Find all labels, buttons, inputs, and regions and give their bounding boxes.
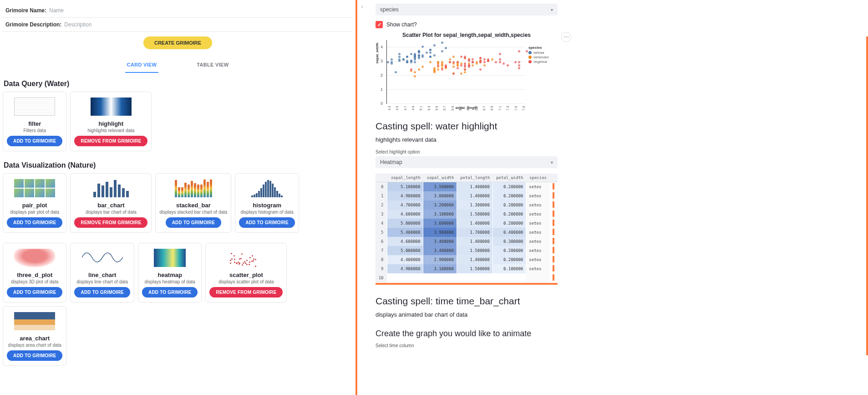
add-to-grimoire-button[interactable]: ADD TO GRIMOIRE <box>7 287 62 298</box>
card-title: pair_plot <box>7 202 62 209</box>
spell1-title: Casting spell: water highlight <box>376 121 855 132</box>
cell-sepal-width: 2.900000 <box>423 255 457 264</box>
cell-petal-length: 1.700000 <box>457 228 492 237</box>
card-desc: Filters data <box>7 128 62 133</box>
card-desc: displays bar chart of data <box>74 210 147 215</box>
cell-petal-length: 1.400000 <box>457 182 492 192</box>
cell-sepal-length: 4.900000 <box>387 191 423 200</box>
cell-sepal-width: 3.100000 <box>423 210 457 219</box>
cell-species: setos <box>526 200 549 210</box>
cell-species: setos <box>526 237 549 246</box>
card-desc: highlights relevant data <box>74 128 147 133</box>
cell-sepal-width: 3.900000 <box>423 228 457 237</box>
cell-petal-width: 0.200000 <box>492 246 526 255</box>
card-line_chart: line_chartdisplays line chart of dataADD… <box>70 243 134 303</box>
thumb-stacked <box>159 177 227 199</box>
chart-legend: species setosaversicolorvirginica <box>526 40 558 112</box>
remove-from-grimoire-button[interactable]: REMOVE FROM GRIMOIRE <box>74 217 147 228</box>
cell-petal-width: 0.200000 <box>492 219 526 228</box>
iris-data-table: sepal_lengthsepal_widthpetal_lengthpetal… <box>376 174 558 282</box>
heatmap-select[interactable]: Heatmap ▾ <box>376 156 558 168</box>
table-row: 94.9000003.1000001.5000000.100000setos <box>376 264 558 273</box>
cell-petal-length: 1.500000 <box>457 246 492 255</box>
row-index: 1 <box>376 191 387 200</box>
cell-species: setos <box>526 219 549 228</box>
add-to-grimoire-button[interactable]: ADD TO GRIMOIRE <box>74 287 130 298</box>
cell-sepal-length: 5.400000 <box>387 228 423 237</box>
remove-from-grimoire-button[interactable]: REMOVE FROM GRIMOIRE <box>209 287 283 298</box>
card-scatter_plot: scatter_plotdisplays scatter plot of dat… <box>205 243 287 303</box>
legend-item: virginica <box>528 60 558 64</box>
row-index: 9 <box>376 264 387 273</box>
row-index: 0 <box>376 182 387 192</box>
cell-petal-width: 0.200000 <box>492 200 526 210</box>
cell-petal-width: 0.200000 <box>492 182 526 192</box>
grimoire-name-input[interactable] <box>49 7 350 14</box>
add-to-grimoire-button[interactable]: ADD TO GRIMOIRE <box>7 217 62 228</box>
chevron-right-icon[interactable]: › <box>361 3 363 10</box>
col-sepal_length: sepal_length <box>387 174 423 182</box>
legend-label: versicolor <box>533 55 549 59</box>
row-index: 6 <box>376 237 387 246</box>
cell-petal-length: 1.400000 <box>457 219 492 228</box>
cell-species: setos <box>526 255 549 264</box>
legend-title: species <box>528 46 558 50</box>
remove-from-grimoire-button[interactable]: REMOVE FROM GRIMOIRE <box>74 136 147 146</box>
row-edge-bar <box>549 182 558 192</box>
tab-card-view[interactable]: CARD VIEW <box>125 57 159 73</box>
add-to-grimoire-button[interactable]: ADD TO GRIMOIRE <box>239 217 294 228</box>
cell-sepal-length: 5.000000 <box>387 219 423 228</box>
row-edge-bar <box>549 228 558 237</box>
table-row: 84.4000002.9000001.4000000.200000setos <box>376 255 558 264</box>
cell-sepal-length: 4.900000 <box>387 264 423 273</box>
card-desc: displays histogram of data <box>239 210 294 215</box>
card-three_d_plot: three_d_plotdisplays 3D plot of dataADD … <box>3 243 66 303</box>
card-heatmap: heatmapdisplays heatmap of dataADD TO GR… <box>138 243 202 303</box>
row-edge-bar <box>549 273 558 282</box>
section-water-title: Data Query (Water) <box>4 80 352 88</box>
cell-sepal-width: 3.400000 <box>423 237 457 246</box>
spell2-subtitle: displays animated bar chart of data <box>376 311 855 318</box>
card-title: highlight <box>74 120 147 127</box>
table-row: 24.7000003.2000001.3000000.200000setos <box>376 200 558 210</box>
card-area_chart: area_chartdisplays area chart of dataADD… <box>3 306 66 366</box>
cell-petal-width: 0.200000 <box>492 191 526 200</box>
card-desc: displays stacked bar chart of data <box>159 210 227 215</box>
cell-species: setos <box>526 210 549 219</box>
card-title: stacked_bar <box>159 202 227 209</box>
card-bar_chart: bar_chartdisplays bar chart of dataREMOV… <box>70 173 152 233</box>
card-desc: displays pair plot of data <box>7 210 62 215</box>
species-select[interactable]: species ▾ <box>376 4 558 15</box>
add-to-grimoire-button[interactable]: ADD TO GRIMOIRE <box>166 217 221 228</box>
spell2-title: Casting spell: time time_bar_chart <box>376 296 855 307</box>
show-chart-label: Show chart? <box>386 21 417 28</box>
scatter-chart-block: ⋯ Scatter Plot for sepal_length,sepal_wi… <box>376 32 558 110</box>
grimoire-desc-input[interactable] <box>64 21 350 28</box>
cell-petal-length: 1.500000 <box>457 264 492 273</box>
table-row: 34.6000003.1000001.5000000.200000setos <box>376 210 558 219</box>
cell-petal-length: 1.400000 <box>457 255 492 264</box>
row-index: 4 <box>376 219 387 228</box>
ytick: 4 <box>381 45 383 49</box>
card-title: area_chart <box>7 335 62 342</box>
table-row: 64.6000003.4000001.4000000.300000setos <box>376 237 558 246</box>
grimoire-desc-row: Grimoire Description: <box>3 18 353 32</box>
spell2-heading2: Create the graph you would like to anima… <box>376 329 855 339</box>
create-grimoire-button[interactable]: CREATE GRIMOIRE <box>143 36 212 49</box>
cell-sepal-width: 3.400000 <box>423 246 457 255</box>
show-chart-checkbox[interactable]: ✓ <box>376 21 383 28</box>
add-to-grimoire-button[interactable]: ADD TO GRIMOIRE <box>7 136 62 146</box>
add-to-grimoire-button[interactable]: ADD TO GRIMOIRE <box>142 287 198 298</box>
cell-sepal-width: 3.200000 <box>423 200 457 210</box>
table-bottom-bar <box>376 283 558 285</box>
thumb-scatter2 <box>209 247 283 269</box>
more-icon[interactable]: ⋯ <box>561 32 571 42</box>
tab-table-view[interactable]: TABLE VIEW <box>195 57 230 73</box>
cell-species: setos <box>526 264 549 273</box>
cell-sepal-length: 4.700000 <box>387 200 423 210</box>
table-row: 55.4000003.9000001.7000000.400000setos <box>376 228 558 237</box>
add-to-grimoire-button[interactable]: ADD TO GRIMOIRE <box>7 350 62 361</box>
row-edge-bar <box>549 237 558 246</box>
thumb-pair <box>7 177 62 199</box>
thumb-bars <box>74 177 147 199</box>
